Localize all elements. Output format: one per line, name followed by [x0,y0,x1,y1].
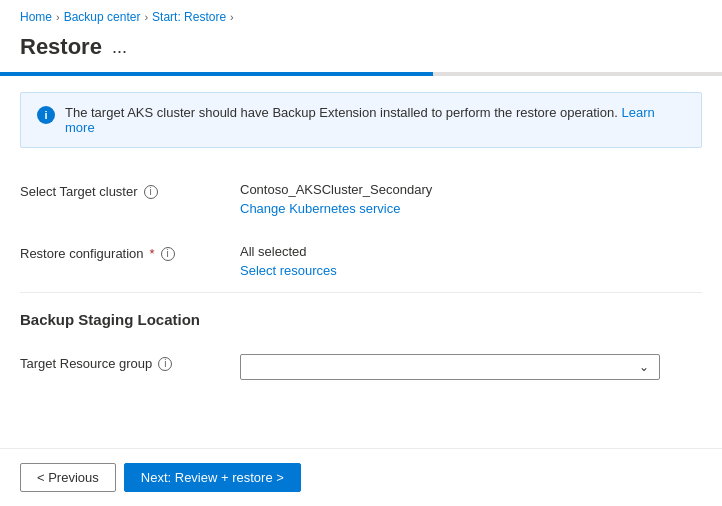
target-rg-dropdown-container: ⌄ [240,354,702,380]
target-cluster-info-icon[interactable]: i [144,185,158,199]
select-resources-link[interactable]: Select resources [240,263,702,278]
form-section: Select Target cluster i Contoso_AKSClust… [0,168,722,292]
info-icon: i [37,106,55,124]
target-cluster-row: Select Target cluster i Contoso_AKSClust… [20,168,702,230]
breadcrumb-sep-2: › [144,11,148,23]
target-rg-dropdown[interactable]: ⌄ [240,354,660,380]
chevron-down-icon: ⌄ [639,360,649,374]
restore-config-info-icon[interactable]: i [161,247,175,261]
breadcrumb-start-restore[interactable]: Start: Restore [152,10,226,24]
next-button[interactable]: Next: Review + restore > [124,463,301,492]
target-rg-label: Target Resource group i [20,354,240,371]
target-cluster-name: Contoso_AKSCluster_Secondary [240,182,702,197]
info-banner: i The target AKS cluster should have Bac… [20,92,702,148]
restore-config-row: Restore configuration * i All selected S… [20,230,702,292]
restore-config-value: All selected Select resources [240,244,702,278]
breadcrumb: Home › Backup center › Start: Restore › [0,0,722,30]
more-options-icon[interactable]: ... [112,37,127,58]
progress-bar-container [0,72,722,76]
page-header: Restore ... [0,30,722,72]
page-title: Restore [20,34,102,60]
all-selected-text: All selected [240,244,702,259]
target-cluster-label: Select Target cluster i [20,182,240,199]
info-banner-text: The target AKS cluster should have Backu… [65,105,685,135]
breadcrumb-home[interactable]: Home [20,10,52,24]
restore-config-label: Restore configuration * i [20,244,240,261]
breadcrumb-sep-3: › [230,11,234,23]
previous-button[interactable]: < Previous [20,463,116,492]
progress-bar-fill [0,72,433,76]
breadcrumb-backup-center[interactable]: Backup center [64,10,141,24]
required-star: * [150,246,155,261]
footer: < Previous Next: Review + restore > [0,448,722,506]
target-rg-row: Target Resource group i ⌄ [20,340,702,394]
staging-section-heading: Backup Staging Location [0,293,722,340]
target-cluster-value: Contoso_AKSCluster_Secondary Change Kube… [240,182,702,216]
breadcrumb-sep-1: › [56,11,60,23]
target-rg-info-icon[interactable]: i [158,357,172,371]
staging-form-section: Target Resource group i ⌄ [0,340,722,394]
change-kubernetes-service-link[interactable]: Change Kubernetes service [240,201,702,216]
